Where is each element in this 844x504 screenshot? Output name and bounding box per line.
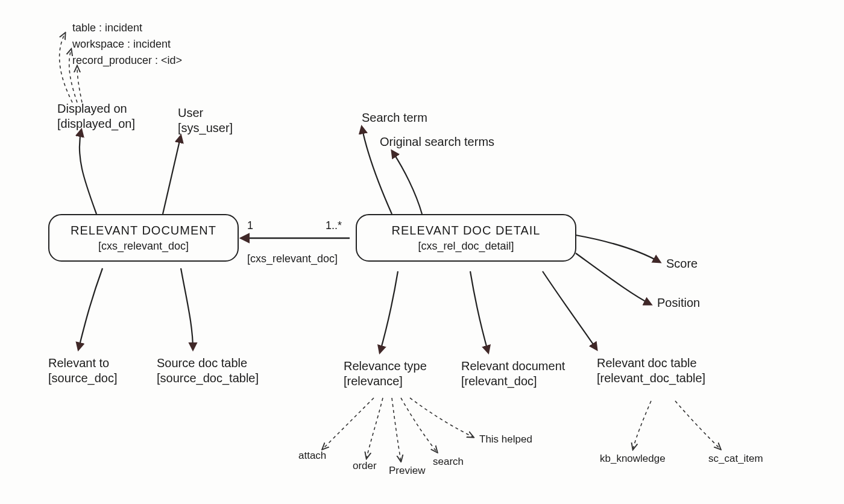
relevance-value: search bbox=[433, 455, 464, 468]
field-col: [source_doc_table] bbox=[157, 371, 259, 385]
field-relevant-document: Relevant document [relevant_doc] bbox=[461, 359, 565, 389]
doc-table-value: sc_cat_item bbox=[708, 452, 763, 465]
cardinality-left: 1 bbox=[247, 219, 253, 233]
field-col: [sys_user] bbox=[178, 121, 233, 134]
field-col: [relevant_doc_table] bbox=[597, 371, 705, 385]
field-search-term: Search term bbox=[362, 110, 427, 125]
relationship-via: [cxs_relevant_doc] bbox=[247, 252, 338, 266]
field-label: Relevant to bbox=[48, 356, 109, 370]
cardinality-right: 1..* bbox=[326, 219, 342, 233]
field-relevant-to: Relevant to [source_doc] bbox=[48, 356, 118, 386]
doc-table-value: kb_knowledge bbox=[600, 452, 666, 465]
field-col: [displayed_on] bbox=[57, 117, 135, 130]
field-score: Score bbox=[666, 256, 698, 271]
field-label: Displayed on bbox=[57, 102, 127, 115]
field-label: User bbox=[178, 106, 203, 119]
field-source-doc-table: Source doc table [source_doc_table] bbox=[157, 356, 259, 386]
field-label: Relevant document bbox=[461, 359, 565, 373]
field-relevant-doc-table: Relevant doc table [relevant_doc_table] bbox=[597, 356, 705, 386]
field-position: Position bbox=[657, 295, 700, 310]
field-label: Relevant doc table bbox=[597, 356, 697, 370]
field-user: User [sys_user] bbox=[178, 106, 233, 136]
entity-title: RELEVANT DOC DETAIL bbox=[367, 222, 565, 238]
displayed-on-example: table : incident bbox=[72, 21, 142, 35]
relevance-value: order bbox=[353, 459, 377, 472]
entity-title: RELEVANT DOCUMENT bbox=[59, 222, 228, 238]
field-col: [relevance] bbox=[344, 374, 403, 388]
displayed-on-example: record_producer : <id> bbox=[72, 54, 182, 68]
field-label: Relevance type bbox=[344, 359, 427, 373]
field-displayed-on: Displayed on [displayed_on] bbox=[57, 101, 135, 131]
field-original-terms: Original search terms bbox=[380, 134, 494, 150]
displayed-on-example: workspace : incident bbox=[72, 37, 171, 51]
field-col: [relevant_doc] bbox=[461, 374, 537, 388]
relevance-value: attach bbox=[298, 449, 326, 462]
relevance-value: This helped bbox=[479, 433, 532, 446]
entity-relevant-doc-detail: RELEVANT DOC DETAIL [cxs_rel_doc_detail] bbox=[356, 214, 576, 262]
field-col: [source_doc] bbox=[48, 371, 118, 385]
relevance-value: Preview bbox=[389, 464, 425, 477]
entity-table: [cxs_rel_doc_detail] bbox=[367, 239, 565, 253]
entity-relevant-document: RELEVANT DOCUMENT [cxs_relevant_doc] bbox=[48, 214, 239, 262]
field-label: Source doc table bbox=[157, 356, 247, 370]
entity-table: [cxs_relevant_doc] bbox=[59, 239, 228, 253]
field-relevance-type: Relevance type [relevance] bbox=[344, 359, 427, 389]
